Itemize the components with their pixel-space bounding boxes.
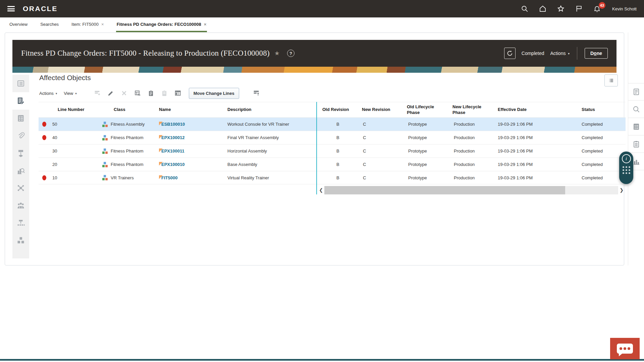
select-and-add-icon[interactable] [132, 88, 143, 98]
table-row[interactable]: 30 Fitness Phantom EPX100011 Horizontal … [39, 144, 626, 158]
status-history-icon[interactable] [504, 48, 516, 59]
horizontal-scrollbar: ❮ ❯ [318, 186, 625, 194]
column-header[interactable]: Old Lifecycle Phase [401, 104, 446, 115]
sidebar-item-workflow[interactable] [12, 144, 29, 162]
delete-icon[interactable] [119, 88, 129, 98]
clipboard-pane-icon[interactable] [628, 135, 644, 153]
status-cell: Completed [576, 162, 625, 167]
class-cell: VR Trainers [100, 175, 157, 180]
table-row[interactable]: 50 Fitness Assembly ESB100010 Workout Co… [39, 117, 626, 131]
sidebar-item-attachments[interactable] [12, 127, 29, 144]
sidebar-item-affected-objects[interactable] [12, 92, 29, 110]
sidebar-item-where-used[interactable] [12, 214, 29, 232]
affected-objects-section: Affected Objects Actions▾ View▾ [34, 74, 621, 184]
class-cell: Fitness Assembly [100, 122, 157, 127]
scrollbar-thumb[interactable] [324, 186, 565, 194]
table-body: 50 Fitness Assembly ESB100010 Workout Co… [39, 117, 626, 184]
view-menu[interactable]: View▾ [64, 91, 76, 96]
done-button[interactable]: Done [585, 48, 608, 59]
new-revision-cell: C [356, 175, 401, 180]
tab-item-fit5000[interactable]: Item: FIT5000× [71, 22, 105, 32]
old-revision-cell: B [316, 162, 356, 167]
section-title: Affected Objects [34, 74, 621, 82]
sidebar-item-tasks[interactable] [12, 110, 29, 127]
item-class-icon [102, 175, 108, 180]
notes-icon[interactable] [628, 83, 644, 101]
panel-list-toggle-button[interactable] [604, 74, 618, 86]
item-link[interactable]: EPX100011 [161, 148, 184, 154]
info-icon[interactable]: i [622, 154, 631, 163]
move-change-lines-button[interactable]: Move Change Lines [189, 88, 239, 99]
grid-dots-icon[interactable] [623, 166, 630, 174]
effective-date-cell: 19-03-29 1:06 PM [492, 135, 576, 140]
item-link[interactable]: ESB100010 [161, 122, 185, 127]
column-header[interactable]: Description [225, 107, 316, 112]
effective-date-cell: 19-03-29 1:06 PM [492, 162, 576, 167]
flag-icon[interactable] [575, 4, 583, 13]
column-header[interactable]: Line Number [50, 107, 100, 112]
page-title: Fitness PD Change Orders: FIT5000 - Rele… [21, 49, 270, 58]
sidebar-item-impact-analysis[interactable] [12, 162, 29, 179]
header-actions-menu[interactable]: Actions▾ [550, 51, 570, 56]
new-lifecycle-phase-cell: Production [446, 162, 492, 167]
paste-icon[interactable] [159, 88, 169, 98]
old-revision-cell: B [316, 148, 356, 154]
affected-objects-table: Line Number Class Name Description Old R… [39, 102, 626, 184]
table-row[interactable]: 20 Fitness Phantom EPX100010 Base Assemb… [39, 158, 626, 171]
column-header[interactable]: Old Revision [316, 107, 356, 112]
table-row[interactable]: 40 Fitness Phantom EPX100012 Final VR Tr… [39, 131, 626, 144]
global-header: ORACLE 43 Kevin Schott [0, 0, 644, 17]
item-link[interactable]: EPX100012 [161, 135, 184, 140]
favorite-star-icon[interactable]: ★ [274, 50, 280, 57]
new-lifecycle-phase-cell: Production [446, 135, 492, 140]
effective-date-cell: 19-03-29 1:06 PM [492, 175, 576, 180]
effective-date-cell: 19-03-29 1:06 PM [492, 148, 576, 154]
search-pane-icon[interactable] [628, 101, 644, 118]
copy-icon[interactable] [146, 88, 156, 98]
edit-icon[interactable] [106, 88, 116, 98]
help-icon[interactable]: ? [287, 50, 294, 57]
menu-icon[interactable] [7, 6, 15, 11]
column-header[interactable]: Class [100, 107, 157, 112]
old-lifecycle-phase-cell: Prototype [401, 148, 446, 154]
item-link[interactable]: EPX100010 [161, 162, 184, 167]
table-toolbar: Actions▾ View▾ Move [34, 87, 621, 99]
description-cell: Workout Console for VR Trainer [225, 122, 316, 127]
tab-overview[interactable]: Overview [9, 22, 28, 32]
tab-searches[interactable]: Searches [40, 22, 59, 32]
sidebar-item-structure[interactable] [12, 232, 29, 249]
frozen-column-splitter[interactable] [316, 102, 317, 194]
column-header[interactable]: Name [157, 107, 225, 112]
table-row[interactable]: 10 VR Trainers FIT5000 Virtual Reality T… [39, 171, 626, 184]
sidebar-item-team[interactable] [12, 197, 29, 214]
columns-icon[interactable] [173, 88, 183, 98]
column-header[interactable]: Status [576, 107, 625, 112]
scrollbar-track[interactable] [324, 186, 618, 194]
column-header[interactable]: Effective Date [492, 107, 576, 112]
search-icon[interactable] [520, 4, 529, 13]
tab-fitness-pd-change-orders[interactable]: Fitness PD Change Orders: FECO100008× [116, 22, 207, 32]
close-icon[interactable]: × [101, 22, 104, 27]
chat-button[interactable] [610, 338, 640, 359]
sidebar-item-general-information[interactable] [12, 75, 29, 92]
notifications-icon[interactable]: 43 [593, 4, 601, 13]
table-header-row: Line Number Class Name Description Old R… [39, 102, 626, 117]
sidebar-item-relationships[interactable] [12, 179, 29, 197]
column-header[interactable]: New Lifecycle Phase [446, 104, 492, 115]
item-link[interactable]: FIT5000 [161, 175, 177, 180]
close-icon[interactable]: × [204, 22, 207, 27]
scroll-right-arrow[interactable]: ❯ [618, 187, 625, 193]
query-by-example-icon[interactable] [251, 88, 261, 98]
add-row-icon[interactable] [92, 88, 102, 98]
favorites-icon[interactable] [556, 4, 565, 13]
column-header[interactable]: New Revision [356, 107, 401, 112]
tasks-pane-icon[interactable] [628, 118, 644, 135]
actions-menu[interactable]: Actions▾ [39, 91, 57, 96]
divider [577, 47, 577, 60]
home-icon[interactable] [538, 4, 547, 13]
user-name[interactable]: Kevin Schott [612, 6, 637, 11]
help-info-widget[interactable]: i [619, 152, 633, 184]
scroll-left-arrow[interactable]: ❮ [318, 187, 324, 193]
tab-bar: Overview Searches Item: FIT5000× Fitness… [0, 17, 644, 32]
description-cell: Virtual Reality Trainer [225, 175, 316, 180]
